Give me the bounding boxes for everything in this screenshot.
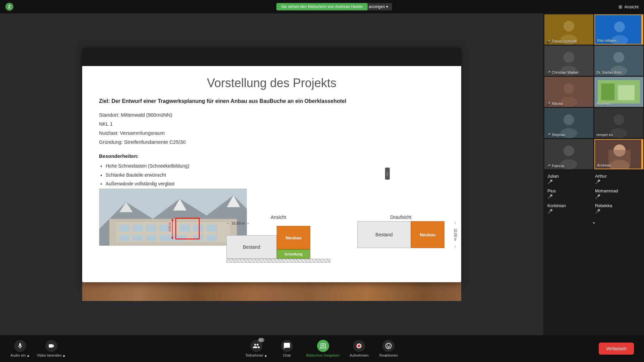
participant-tile-rempel[interactable]: rempel eu <box>594 108 643 138</box>
audio-name-pius: Pius <box>547 188 556 193</box>
video-label: Video beenden <box>37 353 62 357</box>
svg-point-46 <box>564 114 574 125</box>
reactions-button[interactable]: Reaktionen <box>379 340 399 357</box>
participant-tile-rita[interactable]: Rita Hilliges <box>594 14 643 45</box>
audio-name-arthur: Arthur <box>595 174 607 179</box>
audio-participant-rebekka[interactable]: Rebekka 🎤 <box>595 203 640 214</box>
audio-participant-arthur[interactable]: Arthur 🎤 <box>595 174 640 184</box>
participant-name-rita: Rita Hilliges <box>597 39 616 43</box>
participant-name-andreas2: Andreas <box>597 163 611 167</box>
svg-rect-15 <box>133 235 143 241</box>
svg-rect-44 <box>618 85 635 100</box>
chat-icon <box>281 340 293 352</box>
building-photo: 2,50 m <box>99 188 247 245</box>
svg-rect-18 <box>193 235 203 241</box>
ansicht-diagram: Ansicht ← 16,00 m → Bestand Neubau Gründ… <box>226 215 330 263</box>
svg-rect-43 <box>601 83 614 100</box>
svg-point-50 <box>610 128 627 138</box>
svg-point-52 <box>564 145 574 156</box>
audio-mic-mohammad: 🎤 <box>595 194 600 199</box>
audio-participant-mohammad[interactable]: Mohammad 🎤 <box>595 188 640 199</box>
slide-ziel: Ziel: Der Entwurf einer Tragwerksplanung… <box>99 98 444 104</box>
box-bestand-ansicht: Bestand <box>226 235 277 259</box>
view-button[interactable]: ⊞ Ansicht <box>619 4 639 9</box>
box-neubau-ansicht: Neubau <box>277 226 310 249</box>
video-button[interactable]: Video beenden ▲ <box>37 340 66 357</box>
audio-name-mohammad: Mohammad <box>595 188 618 193</box>
participant-tile-stephan[interactable]: 🎤 Stephan <box>544 108 593 138</box>
audio-only-list: Julian 🎤 Arthur 🎤 Pius 🎤 Mohammad 🎤 Korb… <box>543 170 644 217</box>
participant-name-rempel: rempel eu <box>596 133 613 137</box>
audio-name-korbinian: Korbinian <box>547 203 566 208</box>
draufsicht-title: Draufsicht <box>357 215 444 220</box>
audio-mic-pius: 🎤 <box>547 194 553 199</box>
participant-tile-tobias[interactable]: 🎤 Tobias Schmidt <box>544 14 593 45</box>
participant-count-badge: 62 <box>258 338 264 342</box>
record-button[interactable]: Aufnehmen <box>349 340 369 357</box>
participant-tile-stefan[interactable]: Dr. Stefan Rohr <box>594 46 643 76</box>
svg-rect-11 <box>180 225 190 232</box>
sharing-banner-area: Sie sehen den Bildschirm von Andreas Hei… <box>240 3 392 10</box>
teilnehmer-label: Teilnehmer <box>245 353 263 357</box>
chat-button[interactable]: Chat <box>277 340 297 357</box>
audio-mic-korbinian: 🎤 <box>547 209 553 214</box>
record-icon <box>353 340 365 352</box>
audio-participant-pius[interactable]: Pius 🎤 <box>547 188 592 199</box>
collapse-panel-button[interactable]: │ <box>385 168 390 180</box>
mic-off-nikolai: 🎤 <box>546 102 550 106</box>
slide-bullets: Hohe Schneelasten (Schneekeilbildung) Sc… <box>99 162 444 188</box>
svg-point-36 <box>613 52 624 63</box>
draufsicht-diagram: Draufsicht Bestand Neubau ↑ 10,00 m ↓ <box>357 215 444 248</box>
participant-tile-patricia[interactable]: 🎤 Patricia <box>544 139 593 169</box>
audio-button[interactable]: Audio ein ▲ <box>10 340 30 357</box>
bullet-2: Schlanke Bauteile erwünscht <box>106 171 444 180</box>
main-content: Vorstellung des Projekts Ziel: Der Entwu… <box>0 13 644 335</box>
share-screen-button[interactable]: Bildschirm freigeben <box>306 340 340 357</box>
audio-participant-julian[interactable]: Julian 🎤 <box>547 174 592 184</box>
neubau-col: Neubau Gründung <box>277 226 310 259</box>
top-bar-right: ⊞ Ansicht <box>619 4 639 9</box>
reactions-label: Reaktionen <box>379 353 398 357</box>
right-panel: 🎤 Tobias Schmidt Rita Hilliges <box>543 13 644 335</box>
audio-mic-rebekka: 🎤 <box>595 209 600 214</box>
end-meeting-button[interactable]: Verlassen <box>599 343 634 355</box>
svg-rect-7 <box>119 225 129 232</box>
bullet-3: Außenwände vollständig verglast <box>106 179 444 188</box>
slide-body: Vorstellung des Projekts Ziel: Der Entwu… <box>82 66 461 269</box>
participant-name-tobias: 🎤 Tobias Schmidt <box>546 39 577 43</box>
mic-off-tobias: 🎤 <box>546 40 550 43</box>
presentation-area: Vorstellung des Projekts Ziel: Der Entwu… <box>0 13 543 335</box>
bullet-1: Hohe Schneelasten (Schneekeilbildung) <box>106 162 444 171</box>
mic-off-patricia: 🎤 <box>546 164 550 168</box>
svg-rect-12 <box>193 225 203 232</box>
zoom-icon: Z <box>5 3 13 11</box>
participant-name-stephan: 🎤 Stephan <box>546 133 566 137</box>
audio-participant-korbinian[interactable]: Korbinian 🎤 <box>547 203 592 214</box>
slide-title: Vorstellung des Projekts <box>99 76 444 90</box>
toolbar-right: Verlassen <box>599 343 634 355</box>
scroll-down-chevron[interactable]: ⌄ <box>543 217 644 226</box>
svg-rect-57 <box>608 150 631 167</box>
svg-rect-17 <box>160 235 186 241</box>
record-label: Aufnehmen <box>350 353 369 357</box>
participant-tile-andreas1[interactable]: Andreas <box>594 77 643 107</box>
video-arrow[interactable]: ▲ <box>62 354 66 357</box>
reactions-icon <box>383 340 395 352</box>
svg-rect-14 <box>119 235 129 241</box>
box-neubau-draufsicht: Neubau <box>411 221 444 248</box>
teilnehmer-button[interactable]: 62 Teilnehmer ▲ <box>245 340 267 357</box>
participant-name-stefan: Dr. Stefan Rohr <box>596 70 622 74</box>
teilnehmer-arrow[interactable]: ▲ <box>264 354 267 357</box>
participant-tile-christian[interactable]: 🎤 Christian Waibel <box>544 46 593 76</box>
detail-grundung: Gründung: Streifenfundamente C25/30 <box>99 137 444 146</box>
audio-name-julian: Julian <box>547 174 559 179</box>
audio-arrow[interactable]: ▲ <box>26 354 30 357</box>
svg-rect-19 <box>207 235 217 241</box>
slide-besonderheiten-label: Besonderheiten: <box>99 153 444 159</box>
participant-name-patricia: 🎤 Patricia <box>546 164 564 168</box>
svg-point-59 <box>358 344 361 347</box>
participant-tile-andreas2[interactable]: Andreas <box>594 139 643 169</box>
audio-icon <box>14 340 26 352</box>
participant-tile-nikolai[interactable]: 🎤 Nikolai <box>544 77 593 107</box>
mic-off-stephan: 🎤 <box>546 133 550 137</box>
